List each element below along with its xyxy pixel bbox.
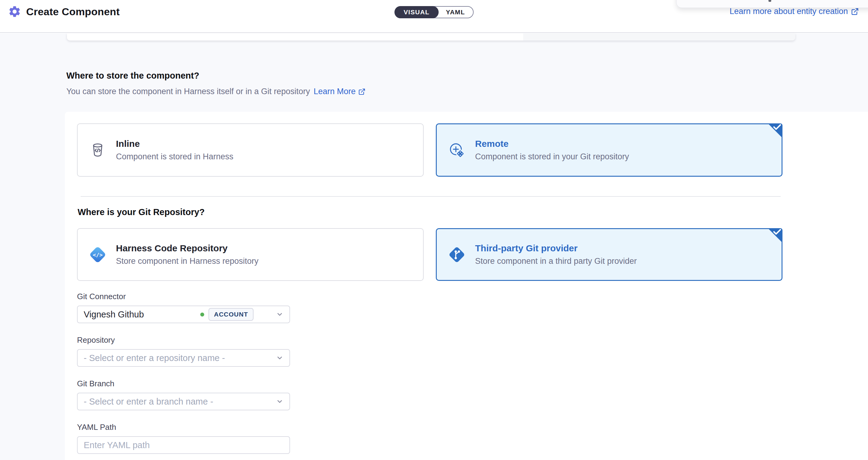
git-connector-value: Vignesh Github [84, 310, 196, 320]
remote-card-description: Component is stored in your Git reposito… [475, 152, 629, 162]
repository-select[interactable]: - Select or enter a repository name - [77, 349, 290, 367]
toast-fragment [769, 0, 771, 2]
git-branch-select[interactable]: - Select or enter a branch name - [77, 393, 290, 410]
toggle-yaml[interactable]: YAML [438, 6, 473, 18]
remote-storage-card[interactable]: Remote Component is stored in your Git r… [436, 123, 782, 177]
create-component-page: Create Component VISUAL YAML Learn more … [0, 0, 868, 460]
storage-section-header: Where to store the component? You can st… [66, 71, 366, 96]
third-party-git-card-description: Store component in a third party Git pro… [475, 257, 637, 266]
header-title-group: Create Component [8, 5, 120, 18]
cutoff-toast [676, 0, 868, 8]
yaml-path-label: YAML Path [77, 423, 290, 432]
git-branch-label: Git Branch [77, 379, 290, 389]
remote-store-icon [447, 141, 467, 159]
harness-code-card-title: Harness Code Repository [116, 243, 258, 254]
visual-yaml-toggle: VISUAL YAML [395, 6, 473, 18]
remote-card-title: Remote [475, 139, 629, 149]
previous-section-card-cutoff [67, 33, 795, 40]
external-link-icon [358, 88, 366, 95]
learn-more-entity-link[interactable]: Learn more about entity creation [730, 7, 859, 16]
external-link-icon [851, 8, 859, 16]
repository-placeholder: - Select or enter a repository name - [84, 353, 253, 363]
harness-code-icon: </> [88, 245, 107, 264]
form-scroll-area: Where to store the component? You can st… [0, 33, 868, 460]
third-party-git-card-title: Third-party Git provider [475, 243, 637, 254]
git-branch-placeholder: - Select or enter a branch name - [84, 397, 253, 407]
third-party-git-card[interactable]: Third-party Git provider Store component… [436, 228, 782, 281]
inline-card-description: Component is stored in Harness [116, 152, 234, 162]
svg-text:</>: </> [93, 252, 103, 258]
inline-card-title: Inline [116, 139, 234, 149]
yaml-path-input[interactable] [84, 440, 283, 450]
storage-section-subtitle: You can store the component in Harness i… [66, 87, 310, 96]
yaml-path-field[interactable] [77, 436, 290, 454]
harness-code-repo-card[interactable]: </> Harness Code Repository Store compon… [77, 228, 424, 281]
learn-more-entity-label: Learn more about entity creation [730, 7, 848, 16]
page-header: Create Component VISUAL YAML Learn more … [0, 0, 868, 33]
connector-scope-badge: ACCOUNT [209, 308, 253, 321]
git-connector-select[interactable]: Vignesh Github ACCOUNT [77, 306, 290, 323]
inline-storage-card[interactable]: Inline Component is stored in Harness [77, 123, 424, 177]
harness-code-card-description: Store component in Harness repository [116, 257, 258, 266]
chevron-down-icon [276, 354, 283, 362]
check-icon [768, 228, 782, 243]
chevron-down-icon [276, 311, 283, 318]
git-provider-icon [447, 246, 467, 264]
check-icon [768, 123, 782, 138]
repository-label: Repository [77, 336, 290, 345]
git-details-form: Git Connector Vignesh Github ACCOUNT Rep… [77, 292, 290, 454]
chevron-down-icon [276, 398, 283, 405]
learn-more-link[interactable]: Learn More [313, 87, 365, 96]
form-panel: Inline Component is stored in Harness [65, 112, 868, 460]
page-title: Create Component [26, 6, 120, 18]
section-divider [81, 196, 781, 197]
inline-store-icon [88, 143, 107, 157]
gear-icon [8, 5, 21, 18]
connector-status-dot [200, 313, 204, 317]
toggle-visual[interactable]: VISUAL [395, 6, 439, 18]
git-connector-label: Git Connector [77, 292, 290, 301]
storage-section-heading: Where to store the component? [66, 71, 366, 81]
git-section-heading: Where is your Git Repository? [78, 207, 868, 217]
